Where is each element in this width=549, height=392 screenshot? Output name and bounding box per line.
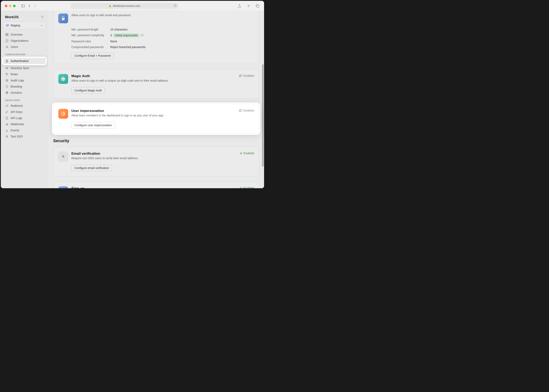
detail-row: Min. password length 10 characters (71, 27, 254, 32)
main-content: Allow users to sign in with email and pa… (48, 11, 264, 188)
status-badge: Disabled (239, 109, 254, 112)
email-password-card: Allow users to sign in with email and pa… (53, 11, 259, 64)
new-tab-icon[interactable] (246, 3, 251, 9)
sidebar-item-audit-logs[interactable]: Audit Logs (3, 77, 46, 84)
sidebar-item-label: Audit Logs (11, 79, 24, 82)
detail-value: None (110, 40, 117, 43)
globe-icon (5, 91, 9, 94)
sidebar-item-label: API Keys (11, 110, 22, 113)
status-label: Enabled (244, 186, 254, 188)
card-description: Require non-SSO users to verify their em… (71, 156, 236, 160)
forward-button[interactable] (33, 4, 37, 8)
sidebar-item-label: Organizations (11, 39, 28, 42)
section-label-developer: Developer (3, 96, 46, 103)
svg-point-19 (7, 80, 7, 81)
configure-user-impersonation-button[interactable]: Configure user impersonation (71, 122, 115, 128)
svg-point-3 (42, 16, 43, 17)
sidebar-item-label: Domains (11, 91, 22, 94)
tabs-icon[interactable] (255, 3, 260, 9)
card-description: Allow users to sign in with a unique six… (71, 79, 236, 82)
sidebar-item-events[interactable]: Events (3, 127, 46, 133)
svg-rect-25 (62, 18, 65, 20)
bolt-icon (5, 135, 9, 138)
sidebar-item-authentication[interactable]: Authentication (3, 58, 46, 64)
magic-auth-icon (58, 74, 68, 84)
status-badge: Enabled (240, 152, 254, 155)
card-description: Allow team members in the dashboard to s… (71, 114, 236, 117)
svg-rect-5 (7, 33, 8, 34)
svg-point-21 (6, 112, 7, 113)
link-icon (5, 104, 9, 107)
svg-rect-8 (6, 40, 8, 42)
info-icon[interactable] (141, 34, 144, 37)
detail-row: Password rules None (71, 38, 254, 44)
sidebar-item-api-keys[interactable]: API Keys (3, 109, 46, 115)
detail-value: 3 (110, 34, 112, 37)
url-bar[interactable]: 🔒 dashboard.workos.com (71, 3, 178, 9)
detail-row: Min. password complexity 3 Safely ungues… (71, 32, 254, 38)
svg-point-17 (6, 74, 7, 74)
window-minimize-button[interactable] (9, 5, 11, 7)
sidebar-item-label: Users (11, 45, 18, 49)
detail-row: Compromised passwords Reject breached pa… (71, 44, 254, 50)
magic-auth-card: Magic Auth Allow users to sign in with a… (53, 69, 259, 99)
sidebar-item-label: Directory Sync (11, 66, 29, 70)
configure-magic-auth-button[interactable]: Configure Magic Auth (71, 87, 105, 94)
building-icon (5, 39, 9, 42)
status-badge: Disabled (239, 74, 254, 77)
section-label-configuration: Configuration (3, 50, 46, 57)
sidebar-item-branding[interactable]: Branding (3, 84, 46, 90)
configure-email-verification-button[interactable]: Configure email verification (71, 165, 112, 171)
svg-point-40 (240, 187, 242, 188)
sidebar-item-test-sso[interactable]: Test SSO (3, 133, 46, 140)
security-heading: Security (53, 139, 259, 143)
sidebar-item-label: Authentication (11, 59, 29, 63)
webhook-icon (5, 123, 9, 126)
environment-selector[interactable]: Staging (3, 22, 46, 29)
users-icon (5, 66, 9, 70)
sidebar-item-directory-sync[interactable]: Directory Sync (3, 65, 46, 71)
sidebar-item-users[interactable]: Users (3, 44, 46, 50)
svg-rect-2 (257, 5, 259, 7)
sidebar-item-label: Events (11, 129, 20, 132)
sidebar-item-organizations[interactable]: Organizations (3, 38, 46, 44)
status-label: Disabled (243, 109, 254, 112)
gear-icon[interactable] (41, 15, 44, 19)
cube-icon (6, 24, 9, 27)
sidebar-item-api-logs[interactable]: API Logs (3, 115, 46, 121)
svg-point-36 (240, 152, 242, 154)
detail-value: Reject breached passwords (110, 45, 146, 49)
sidebar-item-webhooks[interactable]: Webhooks (3, 121, 46, 127)
user-impersonation-icon (58, 109, 68, 119)
key-icon (5, 110, 9, 113)
sidebar: WorkOS Staging Overview Organizations (1, 11, 48, 188)
sidebar-item-overview[interactable]: Overview (3, 32, 46, 38)
scrollbar-thumb[interactable] (262, 64, 264, 167)
sidebar-toggle-icon[interactable] (21, 4, 26, 8)
environment-label: Staging (10, 24, 39, 27)
detail-value: 10 characters (110, 28, 128, 31)
share-icon[interactable] (237, 3, 242, 9)
chevron-down-icon (41, 23, 43, 27)
sidebar-item-roles[interactable]: Roles (3, 71, 46, 77)
sidebar-item-domains[interactable]: Domains (3, 90, 46, 96)
sidebar-item-redirects[interactable]: Redirects (3, 103, 46, 109)
url-text: dashboard.workos.com (113, 4, 140, 7)
svg-rect-7 (7, 35, 8, 36)
brand-label: WorkOS (5, 15, 19, 19)
user-impersonation-card: User impersonation Allow team members in… (53, 104, 259, 133)
window-maximize-button[interactable] (13, 5, 15, 7)
signup-card: Sign-up Allow users to sign up for your … (53, 181, 259, 188)
svg-rect-14 (6, 61, 8, 62)
lock-icon (5, 59, 9, 63)
svg-rect-6 (6, 35, 7, 36)
detail-label: Min. password length (71, 28, 110, 31)
sidebar-item-label: Roles (11, 73, 18, 76)
disabled-icon (239, 109, 242, 112)
back-button[interactable] (28, 4, 32, 8)
card-title: Sign-up (71, 186, 236, 188)
configure-email-password-button[interactable]: Configure Email + Password (71, 52, 114, 59)
sidebar-item-label: Branding (11, 85, 22, 88)
window-close-button[interactable] (5, 5, 7, 7)
refresh-icon[interactable] (174, 4, 176, 7)
